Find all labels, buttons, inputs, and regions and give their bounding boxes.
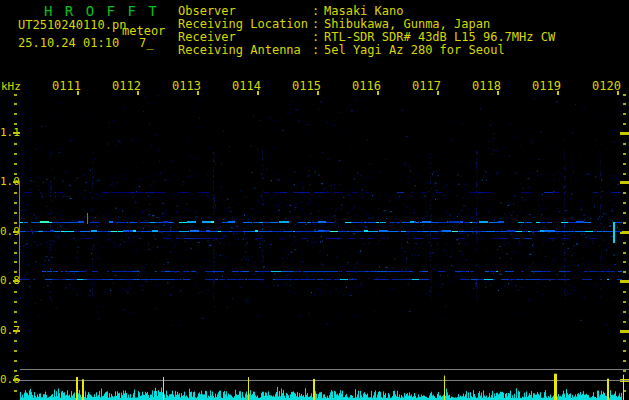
right-freq-tick-minor xyxy=(623,192,626,194)
right-freq-tick-minor xyxy=(623,261,626,263)
right-freq-tick-minor xyxy=(623,103,626,105)
right-freq-tick-minor xyxy=(623,212,626,214)
left-freq-tick-minor xyxy=(14,252,17,254)
right-freq-tick-minor xyxy=(623,301,626,303)
right-freq-tick-minor xyxy=(623,163,626,165)
left-freq-tick-minor xyxy=(14,261,17,263)
left-freq-tick-minor xyxy=(14,163,17,165)
left-freq-tick-minor xyxy=(14,321,17,323)
info-colon-0: : xyxy=(312,5,319,17)
right-freq-tick-minor xyxy=(623,360,626,362)
left-freq-tick-minor xyxy=(14,301,17,303)
left-freq-tick-minor xyxy=(14,103,17,105)
right-freq-tick-minor xyxy=(623,143,626,145)
band-marker-line xyxy=(19,181,20,281)
left-freq-tick-major xyxy=(13,132,20,134)
hrofft-window: H R O F F T UT2510240110.pn meteor 25.10… xyxy=(0,0,629,400)
right-freq-tick-minor xyxy=(623,340,626,342)
left-freq-tick-minor xyxy=(14,173,17,175)
info-value-0: Masaki Kano xyxy=(324,5,403,17)
spectrogram-canvas xyxy=(20,95,622,370)
right-freq-tick-minor xyxy=(623,271,626,273)
left-freq-tick-minor xyxy=(14,222,17,224)
info-value-3: 5el Yagi Az 280 for Seoul xyxy=(324,44,505,56)
left-freq-tick-minor xyxy=(14,360,17,362)
minute-counter: 7_ xyxy=(139,37,153,49)
info-colon-2: : xyxy=(312,31,319,43)
info-value-2: RTL-SDR SDR# 43dB L15 96.7MHz CW xyxy=(324,31,555,43)
left-freq-tick-major xyxy=(13,330,20,332)
left-freq-tick-minor xyxy=(14,143,17,145)
left-freq-tick-minor xyxy=(14,94,17,96)
datetime-label: 25.10.24 01:10 xyxy=(18,37,119,49)
info-label-1: Receiving Location xyxy=(178,18,308,30)
right-freq-tick-minor xyxy=(623,350,626,352)
left-freq-tick-minor xyxy=(14,271,17,273)
noise-level-canvas xyxy=(20,372,629,400)
left-freq-tick-minor xyxy=(14,212,17,214)
right-freq-tick-minor xyxy=(623,242,626,244)
right-freq-tick-minor xyxy=(623,311,626,313)
info-colon-1: : xyxy=(312,18,319,30)
left-freq-tick-minor xyxy=(14,192,17,194)
left-freq-tick-minor xyxy=(14,370,17,372)
freq-unit-label: kHz xyxy=(1,81,21,93)
left-freq-tick-minor xyxy=(14,202,17,204)
right-freq-tick-minor xyxy=(623,113,626,115)
left-freq-tick-minor xyxy=(14,123,17,125)
left-freq-tick-minor xyxy=(14,311,17,313)
info-label-2: Receiver xyxy=(178,31,236,43)
left-freq-tick-minor xyxy=(14,340,17,342)
left-freq-tick-major xyxy=(13,379,20,381)
right-freq-tick-minor xyxy=(623,252,626,254)
right-freq-tick-minor xyxy=(623,123,626,125)
right-freq-tick-minor xyxy=(623,173,626,175)
left-freq-tick-minor xyxy=(14,291,17,293)
right-freq-tick-minor xyxy=(623,202,626,204)
info-label-3: Receiving Antenna xyxy=(178,44,301,56)
right-freq-tick-minor xyxy=(623,291,626,293)
info-colon-3: : xyxy=(312,44,319,56)
left-freq-tick-minor xyxy=(14,113,17,115)
left-freq-tick-minor xyxy=(14,153,17,155)
left-freq-tick-minor xyxy=(14,390,17,392)
right-freq-tick-minor xyxy=(623,153,626,155)
right-freq-tick-minor xyxy=(623,321,626,323)
filename-label: UT2510240110.pn xyxy=(18,19,126,31)
left-freq-tick-minor xyxy=(14,242,17,244)
info-label-0: Observer xyxy=(178,5,236,17)
info-value-1: Shibukawa, Gunma, Japan xyxy=(324,18,490,30)
app-title: H R O F F T xyxy=(44,5,159,17)
right-freq-tick-minor xyxy=(623,222,626,224)
right-freq-tick-minor xyxy=(623,94,626,96)
left-freq-tick-minor xyxy=(14,350,17,352)
